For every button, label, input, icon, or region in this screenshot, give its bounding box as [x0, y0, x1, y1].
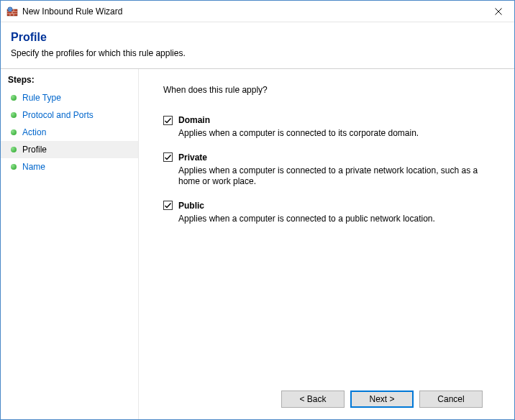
- checkbox-private[interactable]: [163, 152, 173, 162]
- step-label: Action: [22, 127, 46, 137]
- option-public: Public Applies when a computer is connec…: [163, 201, 494, 225]
- option-description: Applies when a computer is connected to …: [178, 214, 488, 225]
- wizard-body: Steps: Rule Type Protocol and Ports Acti…: [1, 68, 514, 419]
- checkmark-icon: [164, 153, 172, 161]
- option-description: Applies when a computer is connected to …: [178, 165, 488, 188]
- step-bullet-icon: [11, 95, 17, 101]
- step-rule-type[interactable]: Rule Type: [1, 89, 138, 106]
- option-label: Domain: [178, 115, 210, 125]
- page-title: Profile: [11, 31, 504, 44]
- checkmark-icon: [164, 117, 172, 124]
- option-description: Applies when a computer is connected to …: [178, 128, 488, 140]
- step-label: Rule Type: [22, 93, 61, 103]
- content-prompt: When does this rule apply?: [163, 85, 494, 95]
- step-label: Protocol and Ports: [22, 110, 94, 120]
- step-bullet-icon: [11, 164, 17, 170]
- firewall-icon: [6, 6, 18, 17]
- step-profile[interactable]: Profile: [1, 141, 138, 158]
- step-bullet-icon: [11, 112, 17, 118]
- option-label: Private: [178, 152, 207, 163]
- steps-sidebar: Steps: Rule Type Protocol and Ports Acti…: [1, 69, 139, 419]
- checkmark-icon: [164, 201, 172, 209]
- close-icon: [495, 8, 502, 15]
- checkbox-public[interactable]: [163, 201, 173, 210]
- step-label: Name: [22, 162, 45, 172]
- wizard-header: Profile Specify the profiles for which t…: [1, 22, 514, 68]
- window-title: New Inbound Rule Wizard: [22, 6, 482, 17]
- content-area: When does this rule apply? Domain Applie…: [139, 69, 514, 419]
- step-name[interactable]: Name: [1, 158, 138, 175]
- cancel-button[interactable]: Cancel: [419, 391, 483, 408]
- step-bullet-icon: [11, 147, 17, 152]
- step-protocol-and-ports[interactable]: Protocol and Ports: [1, 106, 138, 124]
- page-description: Specify the profiles for which this rule…: [11, 48, 504, 58]
- profile-options: Domain Applies when a computer is connec…: [163, 115, 494, 224]
- next-button[interactable]: Next >: [350, 391, 414, 408]
- steps-heading: Steps:: [1, 72, 138, 89]
- step-label: Profile: [22, 145, 47, 155]
- wizard-footer: < Back Next > Cancel: [163, 382, 494, 419]
- back-button[interactable]: < Back: [281, 391, 345, 408]
- option-domain: Domain Applies when a computer is connec…: [163, 115, 494, 140]
- wizard-window: New Inbound Rule Wizard Profile Specify …: [0, 0, 515, 420]
- option-label: Public: [178, 201, 204, 211]
- checkbox-domain[interactable]: [163, 116, 173, 125]
- step-action[interactable]: Action: [1, 124, 138, 141]
- titlebar: New Inbound Rule Wizard: [1, 1, 514, 22]
- option-private: Private Applies when a computer is conne…: [163, 152, 494, 188]
- close-button[interactable]: [482, 1, 514, 22]
- step-bullet-icon: [11, 129, 17, 135]
